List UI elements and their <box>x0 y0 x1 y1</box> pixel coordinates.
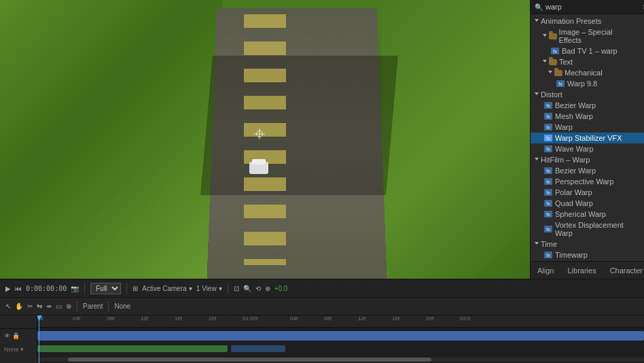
playhead[interactable] <box>39 315 39 363</box>
effect-warp[interactable]: fx Warp <box>531 122 644 133</box>
effect-label: Warp Stabilizer VFX <box>555 134 622 142</box>
folder-mechanical[interactable]: Mechanical <box>531 67 644 78</box>
divider <box>84 283 85 294</box>
quality-select[interactable]: Full <box>90 283 121 294</box>
folder-icon <box>549 59 557 65</box>
timeline-content: 👁 🔒 None ▾ 0f 04f 08f 12f 16f <box>0 315 644 363</box>
fx-icon: fx <box>544 189 552 196</box>
category-label: Animation Presets <box>541 17 601 25</box>
timeline-tool-anchor[interactable]: ⊛ <box>66 302 71 310</box>
step-back-btn[interactable]: ⏮ <box>15 285 22 292</box>
crosshair <box>254 128 265 139</box>
snap-icon[interactable]: ⊕ <box>265 285 270 292</box>
lock-icon[interactable]: 🔒 <box>12 332 20 339</box>
fx-icon: fx <box>551 48 559 54</box>
divider <box>108 301 109 312</box>
triangle-icon <box>535 158 539 162</box>
effect-wave-warp[interactable]: fx Wave Warp <box>531 143 644 154</box>
effect-spherical-warp[interactable]: fx Spherical Warp <box>531 209 644 220</box>
effect-perspective-warp[interactable]: fx Perspective Warp <box>531 176 644 187</box>
viewport[interactable] <box>0 0 530 279</box>
effect-polar-warp[interactable]: fx Polar Warp <box>531 187 644 198</box>
scrollbar-thumb[interactable] <box>68 358 432 362</box>
track-bar-2[interactable] <box>37 345 228 352</box>
timeline-tool-razor[interactable]: ✂ <box>27 302 33 310</box>
folder-image-special-effects[interactable]: Image – Special Effects <box>531 27 644 46</box>
eye-icon[interactable]: 👁 <box>4 332 10 339</box>
search-bar: 🔍 ✕ <box>531 0 644 14</box>
triangle-icon <box>543 60 547 65</box>
effect-vortex-displacement-warp[interactable]: fx Vortex Displacement Warp <box>531 220 644 239</box>
panel-tabs: Align Libraries Character <box>531 261 644 279</box>
effect-bezier-warp-hitfilm[interactable]: fx Bezier Warp <box>531 165 644 176</box>
grid-icon[interactable]: ⊞ <box>132 285 138 292</box>
category-time[interactable]: Time <box>531 239 644 249</box>
timeline-tool-pan[interactable]: ✋ <box>15 302 23 310</box>
category-label: Time <box>541 240 557 248</box>
category-hitfilm-warp[interactable]: HitFilm – Warp <box>531 154 644 165</box>
ruler-mark-12f: 12f <box>141 315 148 322</box>
effect-timewarp[interactable]: fx Timewarp <box>531 249 644 260</box>
track-label-1: 👁 🔒 <box>0 329 37 343</box>
triangle-icon <box>548 71 552 75</box>
effect-bezier-warp-distort[interactable]: fx Bezier Warp <box>531 100 644 111</box>
fit-icon[interactable]: ⊡ <box>234 285 239 292</box>
track-area[interactable]: 0f 04f 08f 12f 16f 20f 01:00f 04f 08f 12… <box>37 315 644 363</box>
effect-quad-warp[interactable]: fx Quad Warp <box>531 198 644 209</box>
camera-select[interactable]: Active Camera ▾ <box>142 285 192 292</box>
tab-align[interactable]: Align <box>531 262 560 279</box>
fx-icon: fx <box>544 178 552 185</box>
track-bar-3[interactable] <box>231 345 285 352</box>
parent-label: Parent <box>83 302 103 310</box>
triangle-icon <box>543 34 547 39</box>
search-icon: 🔍 <box>535 3 543 11</box>
effect-bad-tv-warp[interactable]: fx Bad TV 1 – warp <box>531 46 644 56</box>
fx-icon: fx <box>544 113 552 120</box>
timeline-tool-slide[interactable]: ⤄ <box>46 302 52 310</box>
timeline-tool-roto[interactable]: ▭ <box>56 302 62 310</box>
effect-label: Quad Warp <box>555 199 593 207</box>
search-input[interactable] <box>545 3 639 11</box>
folder-label: Mechanical <box>565 69 603 77</box>
effect-warp-9-8[interactable]: fx Warp 9.8 <box>531 78 644 89</box>
category-label: Distort <box>541 90 562 99</box>
view-select[interactable]: 1 View ▾ <box>196 285 222 292</box>
ruler-mark-1min: 01:00f <box>243 315 257 322</box>
triangle-icon <box>535 19 539 24</box>
tab-character[interactable]: Character <box>603 262 644 279</box>
effect-label: Polar Warp <box>555 188 592 196</box>
ruler-mark-12f2: 12f <box>358 315 365 322</box>
effects-list: Animation Presets Image – Special Effect… <box>531 14 644 261</box>
timeline-tool-select[interactable]: ↖ <box>5 302 11 310</box>
effect-mesh-warp[interactable]: fx Mesh Warp <box>531 111 644 122</box>
effect-label: Vortex Displacement Warp <box>555 221 630 237</box>
ruler-mark-04f2: 04f <box>290 315 298 322</box>
ruler-mark-08f2: 08f <box>324 315 332 322</box>
transform-icon[interactable]: ⟲ <box>255 285 261 292</box>
top-section: 🔍 ✕ Animation Presets Image – Special Ef… <box>0 0 644 279</box>
effect-label: Bad TV 1 – warp <box>562 47 618 55</box>
effect-warp-stabilizer-vfx[interactable]: fx Warp Stabilizer VFX <box>531 133 644 143</box>
fx-icon: fx <box>544 135 552 141</box>
crosshair-circle <box>256 131 263 137</box>
road-shadow <box>200 56 398 195</box>
timeline-section: ↖ ✋ ✂ ⇆ ⤄ ▭ ⊛ Parent None 👁 🔒 None ▾ <box>0 298 644 363</box>
ruler-mark-08f: 08f <box>107 315 114 322</box>
timeline-tool-slip[interactable]: ⇆ <box>37 302 42 310</box>
category-distort[interactable]: Distort <box>531 89 644 100</box>
category-animation-presets[interactable]: Animation Presets <box>531 16 644 27</box>
track-bar-1[interactable] <box>37 331 644 341</box>
folder-text[interactable]: Text <box>531 56 644 67</box>
play-btn[interactable]: ▶ <box>5 285 11 292</box>
tab-libraries[interactable]: Libraries <box>560 262 603 279</box>
triangle-icon <box>535 242 539 247</box>
zoom-icon[interactable]: 🔍 <box>243 285 251 292</box>
timeline-scrollbar[interactable] <box>37 358 644 362</box>
scene <box>0 0 530 279</box>
camera-icon: 📷 <box>71 285 79 292</box>
folder-icon <box>549 33 557 39</box>
ruler-mark-2min: 02:0 <box>460 315 471 322</box>
effect-label: Warp 9.8 <box>567 80 597 88</box>
camera-label: Active Camera <box>142 285 187 292</box>
category-label: HitFilm – Warp <box>541 156 590 164</box>
